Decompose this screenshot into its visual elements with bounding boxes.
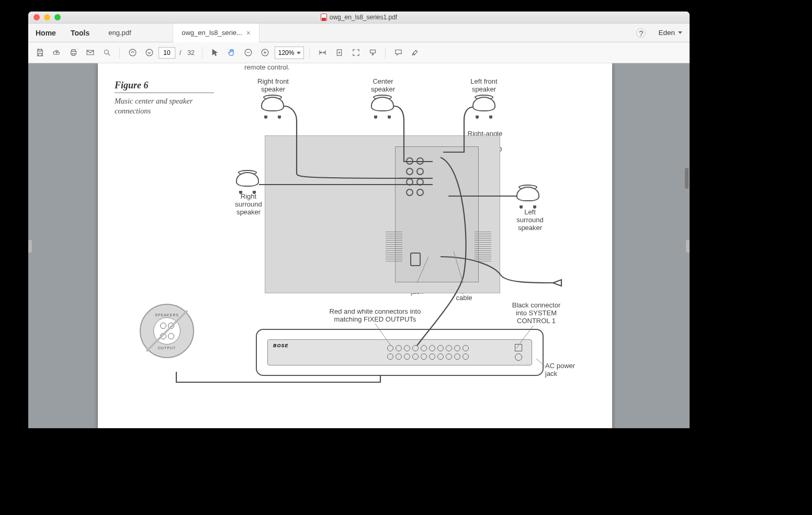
window-title-text: owg_en_ls8_series1.pdf	[330, 14, 397, 21]
page-down-icon[interactable]	[142, 45, 156, 60]
page-number-input[interactable]	[159, 47, 175, 59]
subwoofer-panel	[265, 135, 500, 293]
home-button[interactable]: Home	[28, 29, 63, 37]
save-icon[interactable]	[32, 45, 47, 60]
page-total: 32	[185, 49, 196, 56]
figure-underline	[115, 93, 214, 93]
sign-icon[interactable]	[408, 45, 422, 60]
do-not-use-speakers-output-icon: SPEAKERS OUTPUT	[140, 304, 194, 358]
account-name: Eden	[658, 29, 675, 37]
zoom-in-icon[interactable]	[258, 45, 273, 60]
figure-caption: Music center and speaker connections	[115, 96, 214, 116]
donut-bottom-label: OUTPUT	[158, 346, 176, 350]
figure-label: Figure 6	[115, 80, 149, 91]
label-left-front: Left frontspeaker	[463, 78, 505, 94]
svg-point-1	[129, 49, 136, 56]
read-mode-icon[interactable]	[365, 45, 380, 60]
app-window: owg_en_ls8_series1.pdf Home Tools eng.pd…	[28, 12, 690, 428]
tab-label: eng.pdf	[108, 29, 131, 37]
document-tabs: eng.pdf owg_en_ls8_serie... ×	[100, 24, 260, 42]
pointer-tool-icon[interactable]	[208, 45, 222, 60]
print-icon[interactable]	[66, 45, 81, 60]
document-page: remote control. Figure 6 Music center an…	[98, 63, 612, 428]
window-title: owg_en_ls8_series1.pdf	[28, 14, 690, 21]
next-page-handle[interactable]	[686, 240, 690, 253]
email-icon[interactable]	[83, 45, 97, 60]
speaker-icon	[371, 97, 394, 116]
label-black-connector: Black connectorinto SYSTEMCONTROL 1	[505, 302, 568, 325]
music-center: BOSE	[256, 329, 544, 376]
fit-page-icon[interactable]	[332, 45, 346, 60]
close-window-button[interactable]	[33, 14, 40, 20]
hand-tool-icon[interactable]	[224, 45, 239, 60]
zoom-out-icon[interactable]	[241, 45, 256, 60]
speaker-icon	[236, 172, 259, 191]
label-red-white: Red and white connectors intomatching FI…	[318, 308, 433, 324]
speaker-icon	[516, 187, 539, 205]
speaker-icon	[261, 97, 284, 116]
scrollbar-thumb[interactable]	[685, 168, 689, 189]
zoom-value: 120%	[278, 49, 295, 56]
comment-icon[interactable]	[391, 45, 405, 60]
svg-point-2	[146, 49, 153, 56]
zoom-select[interactable]: 120%	[275, 47, 304, 59]
page-up-icon[interactable]	[125, 45, 140, 60]
label-ac-jack-bottom: AC powerjack	[545, 362, 587, 378]
zoom-window-button[interactable]	[54, 14, 61, 20]
tab-close-icon[interactable]: ×	[246, 29, 251, 37]
tab-owg-en-ls8[interactable]: owg_en_ls8_serie... ×	[173, 24, 260, 42]
toolbar: / 32 120%	[28, 42, 690, 63]
document-viewer[interactable]: remote control. Figure 6 Music center an…	[28, 63, 690, 428]
label-right-surround: Rightsurroundspeaker	[230, 193, 267, 216]
pdf-icon	[321, 14, 327, 21]
account-menu[interactable]: Eden	[651, 24, 690, 42]
help-button[interactable]: ?	[636, 28, 646, 38]
label-left-surround: Leftsurroundspeaker	[511, 209, 549, 232]
search-icon[interactable]	[99, 45, 114, 60]
label-right-front: Right frontspeaker	[252, 78, 294, 94]
fit-width-icon[interactable]	[315, 45, 330, 60]
menu-row: Home Tools eng.pdf owg_en_ls8_serie... ×…	[28, 24, 690, 42]
traffic-lights	[28, 14, 61, 20]
page-sep: /	[177, 49, 183, 56]
subwoofer-connection-panel	[395, 146, 479, 282]
tab-eng-pdf[interactable]: eng.pdf	[100, 24, 173, 42]
label-center: Centerspeaker	[362, 78, 404, 94]
tab-label: owg_en_ls8_serie...	[182, 29, 242, 37]
tools-button[interactable]: Tools	[63, 29, 97, 37]
minimize-window-button[interactable]	[44, 14, 50, 20]
donut-top-label: SPEAKERS	[155, 313, 179, 317]
svg-rect-6	[370, 50, 375, 53]
svg-point-0	[104, 50, 108, 54]
speaker-icon	[472, 97, 495, 116]
clipped-text-above: remote control.	[244, 63, 290, 71]
titlebar: owg_en_ls8_series1.pdf	[28, 12, 690, 24]
chevron-down-icon	[678, 31, 682, 34]
fullscreen-icon[interactable]	[348, 45, 363, 60]
prev-page-handle[interactable]	[28, 240, 32, 253]
cloud-icon[interactable]	[49, 45, 64, 60]
